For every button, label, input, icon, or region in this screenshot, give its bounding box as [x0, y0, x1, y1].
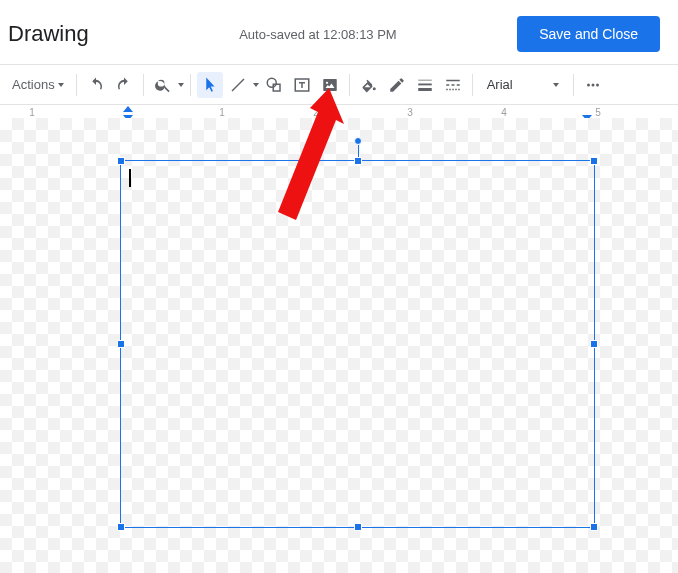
svg-point-10 [591, 83, 594, 86]
redo-icon [115, 76, 133, 94]
rotate-connector [358, 145, 359, 157]
resize-handle-n[interactable] [354, 157, 362, 165]
resize-handle-nw[interactable] [117, 157, 125, 165]
ruler-number: 4 [501, 107, 507, 118]
ruler-number: 5 [595, 107, 601, 118]
font-picker-button[interactable]: Arial [479, 72, 567, 98]
selected-textbox[interactable] [120, 160, 595, 528]
toolbar: Actions Arial [0, 65, 678, 105]
resize-handle-e[interactable] [590, 340, 598, 348]
pencil-icon [388, 76, 406, 94]
caret-down-icon [553, 83, 559, 87]
svg-rect-8 [418, 88, 432, 91]
ruler-number: 1 [29, 107, 35, 118]
svg-point-5 [372, 87, 375, 90]
drawing-canvas[interactable] [0, 118, 678, 573]
toolbar-separator [472, 74, 473, 96]
border-dash-button[interactable] [440, 72, 466, 98]
svg-point-9 [587, 83, 590, 86]
svg-rect-7 [418, 83, 432, 85]
dialog-title: Drawing [8, 21, 89, 47]
more-options-button[interactable] [580, 72, 606, 98]
ruler-number: 1 [219, 107, 225, 118]
caret-down-icon [178, 83, 184, 87]
zoom-level-dropdown[interactable] [178, 83, 184, 87]
line-tool-button[interactable] [225, 72, 251, 98]
toolbar-separator [190, 74, 191, 96]
toolbar-separator [573, 74, 574, 96]
image-tool-button[interactable] [317, 72, 343, 98]
toolbar-separator [349, 74, 350, 96]
resize-handle-ne[interactable] [590, 157, 598, 165]
svg-rect-6 [418, 79, 432, 80]
toolbar-separator [143, 74, 144, 96]
resize-handle-se[interactable] [590, 523, 598, 531]
svg-point-0 [267, 78, 276, 87]
caret-down-icon [58, 83, 64, 87]
text-cursor [129, 169, 131, 187]
toolbar-separator [76, 74, 77, 96]
textbox-icon [293, 76, 311, 94]
shape-tool-button[interactable] [261, 72, 287, 98]
cursor-icon [201, 76, 219, 94]
svg-point-11 [596, 83, 599, 86]
border-color-button[interactable] [384, 72, 410, 98]
zoom-button[interactable] [150, 72, 176, 98]
resize-handle-w[interactable] [117, 340, 125, 348]
textbox-tool-button[interactable] [289, 72, 315, 98]
autosave-status: Auto-saved at 12:08:13 PM [119, 27, 517, 42]
select-tool-button[interactable] [197, 72, 223, 98]
svg-point-4 [326, 81, 328, 83]
fill-bucket-icon [360, 76, 378, 94]
save-and-close-button[interactable]: Save and Close [517, 16, 660, 52]
resize-handle-s[interactable] [354, 523, 362, 531]
border-weight-icon [416, 76, 434, 94]
border-weight-button[interactable] [412, 72, 438, 98]
resize-handle-sw[interactable] [117, 523, 125, 531]
undo-icon [87, 76, 105, 94]
rotate-handle[interactable] [354, 137, 362, 145]
ruler-number: 3 [407, 107, 413, 118]
caret-down-icon [253, 83, 259, 87]
zoom-icon [154, 76, 172, 94]
border-dash-icon [444, 76, 462, 94]
actions-menu-label: Actions [12, 77, 55, 92]
line-icon [229, 76, 247, 94]
actions-menu-button[interactable]: Actions [6, 72, 70, 98]
svg-rect-1 [273, 84, 280, 91]
more-horizontal-icon [584, 76, 602, 94]
svg-rect-3 [323, 79, 337, 91]
dialog-header: Drawing Auto-saved at 12:08:13 PM Save a… [0, 0, 678, 65]
image-icon [321, 76, 339, 94]
undo-button[interactable] [83, 72, 109, 98]
fill-color-button[interactable] [356, 72, 382, 98]
shape-icon [265, 76, 283, 94]
ruler-number: 2 [313, 107, 319, 118]
redo-button[interactable] [111, 72, 137, 98]
font-picker-label: Arial [487, 77, 513, 92]
line-tool-dropdown[interactable] [253, 83, 259, 87]
